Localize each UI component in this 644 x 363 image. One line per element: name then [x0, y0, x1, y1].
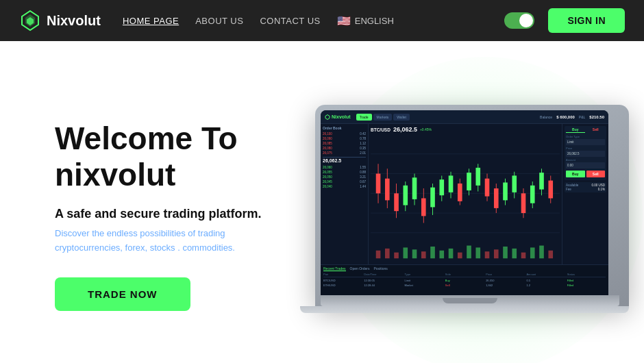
svg-rect-68: [548, 251, 553, 259]
flag-icon: 🇺🇸: [337, 14, 351, 27]
order-book-sell-1: 26,100 0.42: [323, 132, 366, 136]
svg-rect-28: [458, 184, 462, 201]
mid-price: 26,062.5: [323, 158, 341, 163]
svg-rect-30: [467, 173, 471, 190]
svg-rect-56: [439, 251, 444, 259]
order-book-title: Order Book: [323, 126, 366, 130]
svg-rect-63: [503, 247, 508, 258]
svg-rect-67: [539, 246, 544, 259]
order-book-sell-3: 26,085 1.12: [323, 141, 366, 146]
svg-rect-40: [512, 175, 517, 192]
svg-rect-62: [494, 249, 499, 258]
svg-rect-34: [485, 179, 490, 197]
toggle-knob: [519, 14, 533, 27]
svg-rect-49: [376, 251, 381, 259]
nav-about[interactable]: ABOUT US: [195, 16, 243, 26]
screen-bottom-bar: Recent Trades Open Orders Positions Pair…: [321, 264, 608, 295]
nav-homepage[interactable]: HOME PAGE: [123, 16, 179, 26]
screen-chart-area: BTC/USD 26,062.5 +0.45%: [369, 124, 562, 264]
svg-rect-64: [512, 249, 517, 258]
trade-info: Available 0.00 USD Fee 0.1%: [565, 182, 606, 192]
hero-subtitle: A safe and secure trading platform.: [55, 207, 315, 221]
nav-language[interactable]: 🇺🇸 ENGLISH: [337, 14, 394, 27]
nav-contact[interactable]: CONTACT US: [260, 16, 320, 26]
screen-tab-markets: Markets: [373, 114, 393, 121]
laptop-notch: [443, 298, 497, 303]
screen-stat-pnl-value: $210.50: [589, 115, 604, 119]
svg-rect-59: [467, 246, 471, 259]
screen-content: Nixvolut Trade Markets Wallet Balance $ …: [321, 110, 608, 295]
svg-rect-46: [539, 173, 544, 189]
bottom-tab-trades: Recent Trades: [323, 266, 346, 271]
screen-order-book: Order Book 26,100 0.42 26,090 0.78: [321, 124, 369, 264]
buy-button-mini[interactable]: Buy: [566, 171, 585, 177]
sign-in-button[interactable]: SIGN IN: [548, 8, 625, 33]
screen-tab-trade: Trade: [356, 114, 372, 121]
svg-marker-3: [325, 114, 330, 119]
nixvolut-logo-icon: [19, 10, 41, 32]
svg-rect-65: [521, 253, 526, 259]
svg-rect-38: [503, 182, 508, 200]
navbar: Nixvolut HOME PAGE ABOUT US CONTACT US 🇺…: [0, 0, 644, 41]
price-input: 26,062.5: [566, 151, 605, 157]
nav-right: SIGN IN: [504, 8, 625, 33]
svg-rect-57: [449, 249, 454, 258]
laptop-base: [321, 295, 619, 306]
svg-rect-22: [430, 188, 435, 208]
price-change: +0.45%: [420, 127, 432, 132]
order-book-sell-5: 26,075 2.01: [323, 151, 366, 155]
order-book-buy-5: 26,040 1.44: [323, 184, 366, 189]
laptop-outer: Nixvolut Trade Markets Wallet Balance $ …: [315, 105, 629, 306]
laptop-screen: Nixvolut Trade Markets Wallet Balance $ …: [321, 110, 608, 295]
svg-rect-18: [412, 177, 417, 199]
price-label: Price: [566, 147, 605, 150]
screen-stat-balance-value: $ 600,000: [556, 115, 575, 119]
svg-rect-16: [403, 186, 408, 205]
buy-sell-buttons: Buy Sell: [566, 171, 605, 177]
svg-rect-60: [475, 247, 480, 258]
buy-sell-form: Buy Sell Order Type Limit Price 26,062.5: [565, 126, 606, 180]
order-type-label: Order Type: [566, 135, 605, 138]
trade-row-2: ETH/USD 12:28:44 Market Sell 1,842 1.2 F…: [323, 283, 606, 288]
svg-rect-52: [403, 247, 408, 258]
bottom-tab-orders: Open Orders: [350, 266, 370, 271]
hero-left: Welcome To nixvolut A safe and secure tr…: [55, 114, 315, 310]
screen-nav-tabs: Trade Markets Wallet: [356, 114, 410, 121]
svg-rect-54: [421, 251, 426, 258]
order-book-sell-2: 26,090 0.78: [323, 136, 366, 141]
order-type-selector: Limit: [566, 139, 605, 145]
theme-toggle[interactable]: [504, 12, 534, 29]
screen-order-form: Buy Sell Order Type Limit Price 26,062.5: [562, 124, 608, 264]
screen-stat-pnl-label: P&L: [579, 115, 585, 119]
svg-rect-26: [449, 175, 454, 192]
svg-rect-58: [458, 253, 462, 259]
hero-section: Welcome To nixvolut A safe and secure tr…: [0, 41, 644, 363]
chart-header: BTC/USD 26,062.5 +0.45%: [371, 126, 560, 133]
logo-area[interactable]: Nixvolut: [19, 10, 101, 32]
hero-description: Discover the endless possibilities of tr…: [55, 227, 274, 255]
screen-stats: Balance $ 600,000 P&L $210.50: [540, 115, 604, 119]
laptop-foot: [300, 306, 629, 313]
screen-main: Order Book 26,100 0.42 26,090 0.78: [321, 124, 608, 264]
svg-rect-55: [430, 247, 435, 258]
svg-rect-14: [394, 193, 399, 211]
order-book-buy-3: 26,050 3.21: [323, 175, 366, 179]
svg-rect-53: [412, 249, 417, 258]
coin-price: 26,062.5: [393, 126, 417, 133]
screen-logo: Nixvolut: [325, 114, 351, 120]
svg-rect-10: [376, 174, 381, 194]
chart-svg: [371, 134, 560, 262]
sell-button-mini[interactable]: Sell: [586, 171, 606, 177]
candlestick-chart: [371, 134, 560, 262]
order-book-buy-4: 26,045 0.67: [323, 179, 366, 184]
order-book-buy-2: 26,055 0.88: [323, 170, 366, 175]
nav-links: HOME PAGE ABOUT US CONTACT US 🇺🇸 ENGLISH: [123, 14, 482, 27]
screen-logo-icon: [325, 114, 330, 120]
info-row-1: Available 0.00 USD: [566, 184, 605, 187]
bottom-tabs: Recent Trades Open Orders Positions: [323, 266, 606, 271]
trade-now-button[interactable]: TRADE NOW: [55, 277, 190, 311]
svg-rect-44: [530, 186, 535, 203]
buy-tab: Buy: [566, 127, 585, 133]
svg-rect-66: [530, 247, 535, 258]
bottom-tab-positions: Positions: [373, 266, 387, 271]
